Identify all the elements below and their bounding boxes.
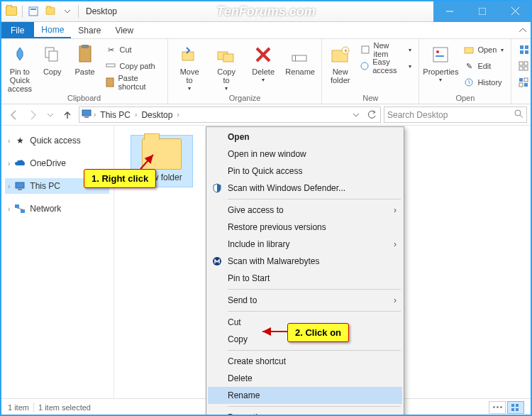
pc-icon — [14, 180, 26, 192]
folder-icon — [4, 4, 19, 19]
tab-home[interactable]: Home — [34, 22, 71, 38]
svg-point-23 — [361, 62, 368, 70]
nav-network[interactable]: › Network — [5, 201, 109, 217]
back-button[interactable] — [5, 106, 22, 124]
copy-label: Copy — [43, 67, 62, 76]
edit-button[interactable]: ✎Edit — [460, 58, 506, 74]
select-all-button[interactable]: Select all — [516, 42, 532, 58]
svg-rect-40 — [519, 83, 523, 87]
qat-dropdown-icon[interactable] — [60, 4, 75, 19]
refresh-button[interactable] — [365, 106, 379, 124]
star-icon: ★ — [14, 135, 26, 146]
tab-share[interactable]: Share — [71, 22, 108, 38]
paste-button[interactable]: Paste — [70, 40, 100, 76]
svg-rect-48 — [21, 209, 25, 213]
maximize-button[interactable] — [466, 1, 499, 22]
svg-rect-26 — [436, 55, 444, 57]
nav-quick-access[interactable]: › ★ Quick access — [5, 133, 109, 148]
svg-rect-45 — [16, 182, 24, 188]
svg-rect-24 — [433, 48, 448, 62]
svg-rect-18 — [295, 55, 296, 61]
svg-rect-31 — [520, 50, 523, 54]
history-button[interactable]: History — [460, 75, 506, 90]
collapse-ribbon-icon[interactable] — [514, 22, 531, 38]
pin-quick-access-button[interactable]: Pin to Quick access — [5, 40, 35, 93]
ctx-pin-start[interactable]: Pin to Start — [208, 270, 402, 287]
svg-line-44 — [520, 115, 523, 118]
ctx-open-new-window[interactable]: Open in new window — [208, 146, 402, 163]
ctx-include-library[interactable]: Include in library› — [208, 236, 402, 253]
open-button[interactable]: Open▾ — [460, 42, 506, 58]
search-box[interactable]: Search Desktop — [384, 106, 527, 123]
organize-group-label: Organize — [172, 93, 317, 104]
copy-button[interactable]: Copy — [38, 40, 67, 76]
svg-point-25 — [436, 50, 439, 53]
forward-button[interactable] — [25, 106, 42, 124]
cut-button[interactable]: ✂Cut — [102, 42, 163, 58]
svg-rect-22 — [362, 46, 369, 53]
callout-2: 2. Click on — [287, 323, 349, 342]
view-details-button[interactable] — [489, 401, 506, 414]
rename-button[interactable]: Rename — [283, 40, 317, 76]
svg-rect-0 — [29, 7, 38, 16]
qat-newfolder-icon[interactable] — [43, 4, 58, 19]
tab-view[interactable]: View — [108, 22, 140, 38]
svg-rect-36 — [524, 67, 528, 70]
svg-rect-47 — [15, 204, 19, 208]
cloud-icon — [14, 158, 26, 169]
new-item-button[interactable]: New item▾ — [357, 42, 414, 58]
new-folder-button[interactable]: ★ New folder — [326, 40, 354, 84]
ctx-defender[interactable]: Scan with Windows Defender... — [208, 180, 402, 197]
svg-rect-32 — [525, 50, 528, 54]
svg-rect-51 — [516, 404, 519, 407]
open-icon — [463, 44, 475, 55]
svg-rect-12 — [182, 52, 194, 60]
edit-icon: ✎ — [463, 60, 475, 72]
invert-selection-button[interactable]: Invert selection — [516, 75, 532, 90]
copypath-button[interactable]: Copy path — [102, 58, 163, 74]
crumb-thispc[interactable]: This PC — [97, 110, 133, 120]
status-item-count: 1 item — [8, 403, 29, 412]
new-item-icon — [360, 44, 370, 55]
ctx-restore-versions[interactable]: Restore previous versions — [208, 219, 402, 236]
copy-to-button[interactable]: Copy to▾ — [209, 40, 243, 92]
svg-rect-10 — [106, 64, 115, 67]
svg-rect-14 — [223, 54, 233, 62]
recent-dropdown[interactable] — [45, 106, 56, 124]
new-group-label: New — [326, 93, 414, 104]
paste-shortcut-button[interactable]: Paste shortcut — [102, 75, 163, 90]
ctx-open[interactable]: Open — [208, 128, 402, 146]
ctx-pin-quick-access[interactable]: Pin to Quick access — [208, 163, 402, 180]
delete-button[interactable]: Delete▾ — [246, 40, 280, 84]
svg-rect-1 — [31, 9, 36, 10]
svg-rect-8 — [79, 46, 91, 62]
ctx-properties[interactable]: Properties — [208, 409, 402, 416]
view-icons-button[interactable] — [507, 401, 524, 414]
svg-rect-39 — [524, 78, 528, 82]
ctx-give-access[interactable]: Give access to› — [208, 202, 402, 219]
close-button[interactable] — [499, 1, 531, 22]
move-to-button[interactable]: Move to▾ — [172, 40, 206, 92]
ctx-delete[interactable]: Delete — [208, 370, 402, 387]
ctx-rename[interactable]: Rename — [208, 387, 402, 404]
address-dropdown-icon[interactable] — [349, 106, 363, 124]
address-box[interactable]: › This PC › Desktop › — [79, 106, 381, 123]
svg-rect-53 — [516, 408, 519, 411]
select-none-button[interactable]: Select none — [516, 58, 532, 74]
crumb-desktop[interactable]: Desktop — [138, 110, 175, 120]
window-title: Desktop — [83, 6, 433, 16]
qat-properties-icon[interactable] — [26, 4, 41, 19]
easy-access-button[interactable]: Easy access▾ — [357, 58, 414, 74]
ctx-malwarebytes[interactable]: Scan with Malwarebytes — [208, 253, 402, 270]
svg-rect-7 — [49, 51, 57, 61]
svg-rect-46 — [18, 189, 22, 190]
ctx-send-to[interactable]: Send to› — [208, 292, 402, 309]
history-icon — [463, 77, 475, 88]
ctx-create-shortcut[interactable]: Create shortcut — [208, 353, 402, 370]
file-tab[interactable]: File — [1, 22, 34, 38]
select-none-icon — [519, 60, 528, 72]
properties-button[interactable]: Properties▾ — [423, 40, 458, 84]
svg-line-49 — [17, 208, 23, 209]
up-button[interactable] — [59, 106, 76, 124]
minimize-button[interactable] — [433, 1, 466, 22]
